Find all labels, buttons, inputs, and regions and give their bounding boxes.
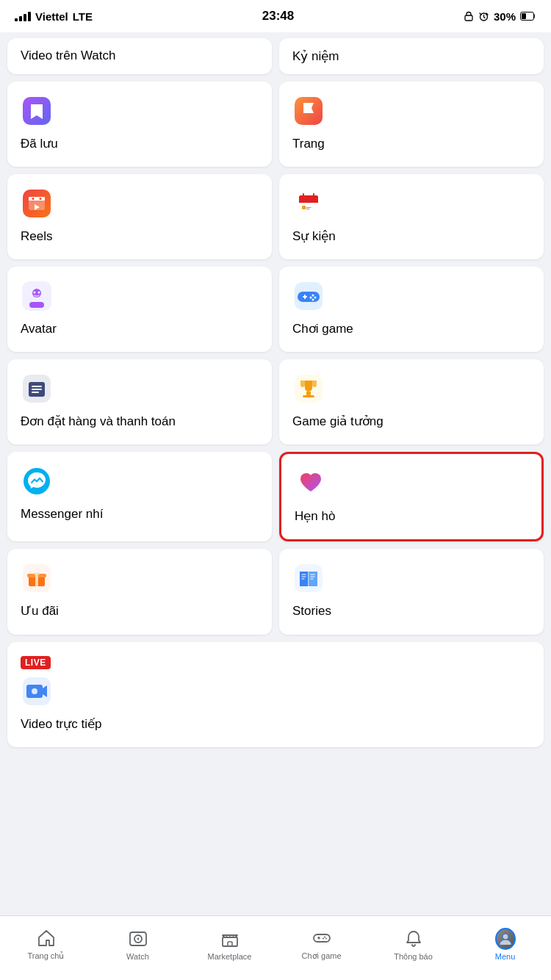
alarm-icon: [478, 11, 489, 22]
lock-icon: [464, 11, 474, 21]
grid-item-hen-ho[interactable]: Hẹn hò: [279, 452, 544, 541]
store-icon: [220, 929, 240, 949]
svg-rect-8: [29, 197, 45, 201]
calendar-icon: [292, 187, 325, 220]
svg-point-10: [40, 198, 42, 200]
trang-label: Trang: [292, 136, 530, 152]
grid-item-stories[interactable]: Stories: [279, 549, 544, 634]
svg-rect-51: [318, 937, 320, 940]
home-icon: [36, 928, 57, 948]
grid-item-uu-dai[interactable]: Ưu đãi: [7, 549, 272, 634]
main-content: Video trên Watch Kỷ niệm: [0, 32, 551, 813]
game-gia-tuong-label: Game giả tưởng: [292, 414, 530, 430]
signal-bars: [15, 12, 31, 21]
status-time: 23:48: [262, 9, 294, 24]
grid-item-messenger-nhi[interactable]: Messenger nhí: [7, 452, 272, 541]
don-dat-hang-label: Đơn đặt hàng và thanh toán: [21, 414, 259, 430]
dating-icon: [295, 467, 327, 500]
svg-rect-3: [522, 13, 526, 19]
grid-item-game-gia-tuong[interactable]: Game giả tưởng: [279, 359, 544, 444]
grid-item-video-truc-tiep[interactable]: LIVE Video trực tiếp: [7, 642, 544, 747]
svg-point-29: [312, 299, 314, 301]
svg-point-44: [32, 688, 37, 694]
top-item-video-watch[interactable]: Video trên Watch: [7, 38, 272, 74]
nav-marketplace[interactable]: Marketplace: [184, 929, 276, 961]
svg-point-53: [325, 938, 327, 940]
choi-game-label: Chơi game: [292, 321, 530, 337]
nav-choi-game-label: Chơi game: [301, 951, 341, 961]
nav-thong-bao-label: Thông báo: [394, 952, 433, 961]
nav-marketplace-label: Marketplace: [208, 952, 252, 961]
grid-item-choi-game[interactable]: Chơi game: [279, 267, 544, 352]
svg-point-27: [314, 297, 317, 299]
grid-item-da-luu[interactable]: Đã lưu: [7, 82, 272, 167]
svg-rect-33: [306, 392, 311, 395]
video-truc-tiep-label: Video trực tiếp: [21, 716, 530, 732]
grid-item-reels[interactable]: Reels: [7, 174, 272, 259]
svg-rect-49: [314, 934, 330, 942]
svg-rect-40: [35, 574, 38, 586]
trophy-icon: [292, 372, 325, 405]
network-type: LTE: [73, 10, 93, 23]
svg-point-55: [503, 934, 508, 940]
messenger-nhi-label: Messenger nhí: [21, 506, 259, 522]
svg-rect-48: [228, 942, 232, 946]
stories-label: Stories: [292, 603, 530, 619]
nav-trang-chu[interactable]: Trang chủ: [0, 928, 92, 961]
avatar-menu-icon: [21, 280, 53, 312]
nav-menu-label: Menu: [495, 952, 516, 961]
svg-point-28: [310, 297, 312, 299]
svg-point-20: [34, 292, 36, 294]
status-bar: Viettel LTE 23:48 30%: [0, 0, 551, 32]
bookmark-icon: [21, 95, 53, 127]
svg-rect-0: [465, 15, 472, 21]
su-kien-label: Sự kiện: [292, 228, 530, 245]
nav-thong-bao[interactable]: Thông báo: [367, 929, 459, 961]
grid-item-avatar[interactable]: Avatar: [7, 267, 272, 352]
bottom-nav: Trang chủ Watch Marketplace: [0, 915, 551, 980]
svg-rect-19: [29, 302, 44, 308]
svg-point-21: [38, 292, 40, 294]
carrier: Viettel: [35, 10, 68, 23]
top-row: Video trên Watch Kỷ niệm: [7, 38, 544, 74]
svg-rect-15: [299, 200, 318, 203]
menu-grid: Đã lưu Trang: [7, 82, 544, 747]
menu-avatar-icon: [495, 929, 516, 949]
battery-level: 30%: [494, 10, 516, 23]
grid-item-su-kien[interactable]: Sự kiện: [279, 174, 544, 259]
svg-point-26: [312, 295, 314, 297]
game-nav-icon: [311, 928, 332, 948]
status-right: 30%: [464, 10, 536, 23]
svg-rect-16: [302, 206, 306, 209]
top-item-ky-niem[interactable]: Kỷ niệm: [279, 38, 544, 74]
hen-ho-label: Hẹn hò: [295, 508, 528, 525]
nav-choi-game[interactable]: Chơi game: [276, 928, 367, 961]
svg-point-9: [32, 198, 35, 200]
offers-icon: [21, 562, 53, 594]
svg-point-54: [323, 938, 324, 940]
reels-label: Reels: [21, 228, 259, 245]
nav-watch[interactable]: Watch: [92, 929, 184, 961]
grid-item-don-dat-hang[interactable]: Đơn đặt hàng và thanh toán: [7, 359, 272, 444]
orders-icon: [21, 372, 53, 405]
stories-icon: [292, 562, 325, 594]
avatar-label: Avatar: [21, 321, 259, 337]
battery-icon: [520, 12, 536, 21]
watch-nav-icon: [128, 929, 148, 949]
status-left: Viettel LTE: [15, 10, 93, 23]
flag-icon: [292, 95, 325, 127]
nav-menu[interactable]: Menu: [459, 929, 551, 961]
uu-dai-label: Ưu đãi: [21, 603, 259, 619]
nav-watch-label: Watch: [126, 952, 149, 961]
nav-trang-chu-label: Trang chủ: [27, 951, 64, 961]
live-badge: LIVE: [21, 656, 51, 669]
svg-rect-34: [303, 395, 314, 397]
messenger-kids-icon: [21, 465, 53, 497]
live-video-icon: [21, 675, 53, 707]
grid-item-trang[interactable]: Trang: [279, 82, 544, 167]
svg-rect-25: [304, 295, 306, 299]
svg-rect-23: [298, 292, 320, 302]
bell-icon: [403, 929, 424, 949]
reels-icon: [21, 187, 53, 220]
gamepad-icon: [292, 280, 325, 312]
